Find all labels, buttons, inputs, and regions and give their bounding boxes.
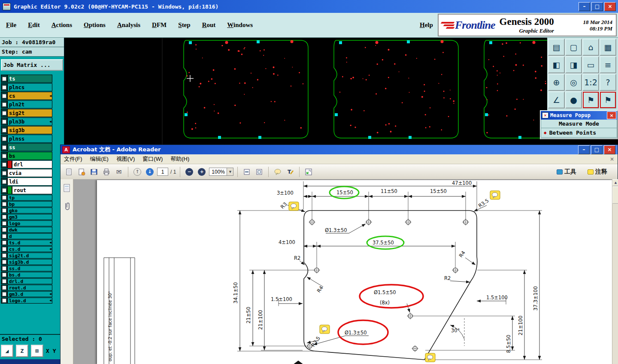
layer-visibility-checkbox[interactable] bbox=[1, 291, 7, 297]
window-control-button[interactable]: – bbox=[579, 2, 590, 11]
layer-name[interactable]: drl ◀ bbox=[12, 160, 52, 168]
print-button[interactable] bbox=[101, 166, 112, 177]
layer-visibility-checkbox[interactable] bbox=[1, 117, 7, 126]
layer-name[interactable]: ts.d ◀ bbox=[7, 240, 52, 246]
layer-name[interactable]: sig3b.d ◀ bbox=[7, 259, 52, 265]
layer-name[interactable]: plnss ◀ bbox=[7, 135, 52, 143]
layer-visibility-checkbox[interactable] bbox=[1, 195, 7, 201]
layer-visibility-checkbox[interactable] bbox=[1, 186, 7, 194]
layer-visibility-checkbox[interactable] bbox=[1, 100, 7, 108]
layer-visibility-checkbox[interactable] bbox=[1, 83, 7, 91]
window-control-button[interactable]: □ bbox=[591, 2, 603, 11]
layer-row[interactable]: sig3b.d ◀ bbox=[1, 259, 52, 265]
zoom-out-button[interactable]: − bbox=[184, 166, 194, 177]
layer-row[interactable]: ss ◀ bbox=[1, 143, 52, 151]
comment-panel-button[interactable]: 注释 bbox=[588, 168, 607, 176]
fit-width-button[interactable] bbox=[242, 166, 252, 177]
layer-row[interactable]: sig2t.d ◀ bbox=[1, 253, 52, 259]
highlight-text-button[interactable]: T bbox=[285, 166, 295, 177]
layer-visibility-checkbox[interactable] bbox=[1, 278, 7, 284]
layer-name[interactable]: bs.d ◀ bbox=[7, 272, 52, 278]
layer-visibility-checkbox[interactable] bbox=[1, 272, 7, 278]
vertical-scrollbar[interactable]: ▲ bbox=[612, 179, 618, 364]
menu-item[interactable]: File bbox=[6, 21, 16, 29]
layer-row[interactable]: plnss ◀ bbox=[1, 135, 52, 143]
tools-panel-button[interactable]: 工具 bbox=[557, 168, 576, 176]
toolbar-button[interactable]: ⌂ bbox=[582, 39, 599, 56]
layer-row[interactable]: bp ◀ bbox=[1, 201, 52, 207]
layer-name[interactable]: d ◀ bbox=[7, 233, 52, 239]
menu-item[interactable]: 视图(V) bbox=[116, 155, 135, 163]
window-control-button[interactable]: × bbox=[604, 145, 615, 154]
next-page-button[interactable]: ↓ bbox=[145, 166, 155, 177]
email-button[interactable]: ✉ bbox=[114, 166, 124, 177]
layer-row[interactable]: sig2t ◀ bbox=[1, 109, 52, 117]
measure-popup-close-button[interactable]: × bbox=[607, 111, 616, 119]
toolbar-button[interactable]: ◎ bbox=[565, 74, 582, 91]
toolbar-button[interactable]: ≡ bbox=[600, 56, 616, 73]
layer-visibility-checkbox[interactable] bbox=[1, 152, 7, 160]
layer-name[interactable]: cs ◀ bbox=[7, 92, 52, 100]
layer-row[interactable]: pln2t ◀ bbox=[1, 100, 52, 108]
xy-tool-button[interactable]: ◢ bbox=[1, 345, 13, 357]
sticky-note-button[interactable] bbox=[273, 166, 283, 177]
layer-name[interactable]: logo.d ◀ bbox=[7, 298, 52, 304]
menu-item[interactable]: Options bbox=[84, 21, 106, 29]
comment-annotation-icon[interactable] bbox=[490, 191, 500, 199]
attachments-button[interactable] bbox=[62, 201, 72, 213]
menu-item[interactable]: Windows bbox=[227, 21, 253, 29]
layer-row[interactable]: ts ◀ bbox=[1, 75, 52, 83]
toolbar-button[interactable]: ⊕ bbox=[548, 74, 565, 91]
toolbar-button[interactable]: ? bbox=[600, 74, 616, 91]
previous-page-button[interactable]: ↑ bbox=[132, 166, 142, 177]
toolbar-button[interactable]: ⚑ bbox=[582, 91, 599, 108]
zoom-dropdown-arrow[interactable]: ▼ bbox=[227, 168, 233, 176]
layer-visibility-checkbox[interactable] bbox=[1, 227, 7, 233]
toolbar-button[interactable]: ⚑ bbox=[600, 91, 616, 108]
layer-visibility-checkbox[interactable] bbox=[1, 259, 7, 265]
layer-name[interactable]: bs ◀ bbox=[7, 152, 52, 160]
layer-visibility-checkbox[interactable] bbox=[1, 75, 7, 83]
layer-name[interactable]: plncs ◀ bbox=[7, 83, 52, 91]
layer-name[interactable]: cs.d ◀ bbox=[7, 246, 52, 252]
layer-visibility-checkbox[interactable] bbox=[1, 160, 7, 168]
layer-name[interactable]: drl.d ◀ bbox=[7, 278, 52, 284]
menubar-close-icon[interactable]: × bbox=[610, 156, 618, 162]
comment-annotation-icon[interactable] bbox=[320, 325, 330, 334]
measure-popup-titlebar[interactable]: × Measure Popup × bbox=[541, 111, 617, 120]
layer-name[interactable]: sig2t.d ◀ bbox=[7, 253, 52, 259]
layer-name[interactable]: ldi ◀ bbox=[7, 177, 52, 186]
layer-name[interactable]: cvia ◀ bbox=[7, 169, 52, 177]
layer-visibility-checkbox[interactable] bbox=[1, 135, 7, 143]
comment-annotation-icon[interactable] bbox=[289, 202, 299, 211]
menu-item[interactable]: 文件(F) bbox=[64, 155, 82, 163]
window-control-button[interactable]: – bbox=[578, 145, 590, 154]
menu-item[interactable]: DFM bbox=[152, 21, 167, 29]
layer-name[interactable]: sig3b ◀ bbox=[7, 126, 52, 134]
layer-visibility-checkbox[interactable] bbox=[1, 208, 7, 214]
xy-tool-button[interactable]: ⊞ bbox=[31, 345, 43, 357]
layer-visibility-checkbox[interactable] bbox=[1, 246, 7, 252]
layer-row[interactable]: dwk ◀ bbox=[1, 227, 52, 233]
window-control-button[interactable]: × bbox=[604, 2, 616, 11]
layer-visibility-checkbox[interactable] bbox=[1, 298, 7, 304]
layer-row[interactable]: pln3b ◀ bbox=[1, 117, 52, 126]
layer-row[interactable]: plncs ◀ bbox=[1, 83, 52, 91]
layer-name[interactable]: dwk ◀ bbox=[7, 227, 52, 233]
menu-item[interactable]: Step bbox=[178, 21, 190, 29]
layer-row[interactable]: ldi ◀ bbox=[1, 177, 52, 186]
layer-name[interactable]: rout.d ◀ bbox=[7, 285, 52, 291]
layer-row[interactable]: tp ◀ bbox=[1, 195, 52, 201]
save-button[interactable] bbox=[89, 166, 99, 177]
scroll-up-arrow[interactable]: ▲ bbox=[612, 179, 618, 186]
layer-visibility-checkbox[interactable] bbox=[1, 201, 7, 207]
adobe-titlebar[interactable]: A Acrobat 文档 - Adobe Reader –□× bbox=[61, 145, 618, 154]
layer-row[interactable]: cs ◀ bbox=[1, 92, 52, 100]
menu-item[interactable]: 窗口(W) bbox=[142, 155, 163, 163]
page-thumbnails-button[interactable] bbox=[62, 183, 72, 195]
window-control-button[interactable]: □ bbox=[591, 145, 603, 154]
toolbar-button[interactable]: ∠ bbox=[548, 91, 565, 108]
layer-row[interactable]: logo ◀ bbox=[1, 220, 52, 226]
layer-row[interactable]: ss.d ◀ bbox=[1, 265, 52, 271]
xy-tool-button[interactable]: Z bbox=[16, 345, 28, 357]
